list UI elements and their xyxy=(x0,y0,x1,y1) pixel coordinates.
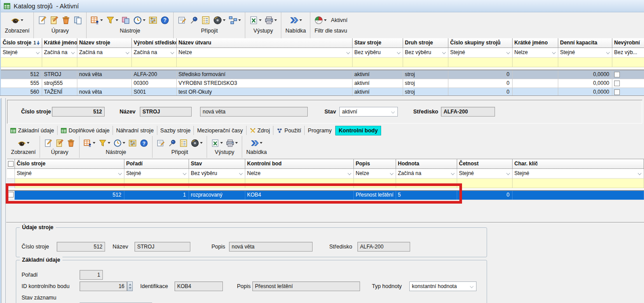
filter-dropdown[interactable]: Nelze xyxy=(513,48,558,58)
identification-field[interactable]: KOB4 xyxy=(175,281,223,291)
excel-export-button[interactable] xyxy=(211,139,223,147)
workflow-button[interactable] xyxy=(229,16,241,25)
name-field[interactable]: STROJ xyxy=(140,107,192,117)
task-list-button[interactable] xyxy=(201,16,210,25)
column-header[interactable]: Popis xyxy=(354,159,396,169)
column-header[interactable]: Číslo stroje xyxy=(15,159,124,169)
column-header[interactable]: Číslo skupiny strojů xyxy=(448,38,513,48)
new-record-button[interactable] xyxy=(38,16,47,25)
column-header[interactable]: Krátké jméno xyxy=(42,38,77,48)
tab-mezioperacni-casy[interactable]: Mezioperační časy xyxy=(194,126,246,135)
menu-button[interactable] xyxy=(290,16,302,25)
column-header[interactable]: Četnost xyxy=(457,159,513,169)
tab-doplnkove-udaje[interactable]: Doplňkové údaje xyxy=(58,126,113,135)
column-header[interactable]: Pořadí xyxy=(124,159,189,169)
order-field[interactable]: 1 xyxy=(80,270,103,280)
pin-button[interactable] xyxy=(189,16,198,25)
filter-dropdown[interactable]: Stejné xyxy=(1,48,42,58)
machine-row[interactable]: 555 stroj555 00300 VYROBNI STREDISKO3 ak… xyxy=(1,79,644,88)
status-filter-button[interactable] xyxy=(314,16,327,25)
point-id-spinner[interactable] xyxy=(127,281,133,291)
filter-dropdown[interactable]: Bez výběru xyxy=(353,48,403,58)
column-header[interactable]: Krátké jméno xyxy=(513,38,558,48)
tab-programy[interactable]: Programy xyxy=(305,126,335,135)
machine-number-field[interactable]: 512 xyxy=(57,242,105,252)
delete-record-button[interactable] xyxy=(62,16,70,25)
select-all-header-cell[interactable] xyxy=(7,159,15,169)
new-row-band[interactable] xyxy=(1,67,644,70)
filter-dropdown[interactable]: Nelze xyxy=(354,169,396,179)
row-select-checkbox[interactable] xyxy=(8,192,14,197)
column-header[interactable]: Stav xyxy=(189,159,245,169)
column-header[interactable]: Výrobní středisko xyxy=(132,38,177,48)
filter-dropdown[interactable]: Začíná na xyxy=(396,169,457,179)
column-header[interactable]: Stav stroje xyxy=(353,38,403,48)
filter-button[interactable] xyxy=(106,16,118,25)
nonproduction-checkbox[interactable] xyxy=(614,80,620,86)
attach-note-button[interactable] xyxy=(178,16,186,25)
edit-record-button[interactable] xyxy=(50,16,58,25)
new-record-button[interactable] xyxy=(44,139,52,147)
options-button[interactable] xyxy=(128,139,137,147)
help-button[interactable] xyxy=(160,16,169,25)
layers-button[interactable] xyxy=(121,16,130,25)
collapsed-side-splitter[interactable] xyxy=(1,98,6,303)
filter-dropdown[interactable]: Stejné xyxy=(15,169,124,179)
filter-dropdown[interactable]: Nelze xyxy=(245,169,354,179)
column-header[interactable]: Název stroje xyxy=(77,38,132,48)
tab-nahradni-stroje[interactable]: Náhradní stroje xyxy=(113,126,157,135)
history-button[interactable] xyxy=(113,139,125,147)
media-button[interactable] xyxy=(191,139,203,147)
value-type-combobox[interactable]: konstantní hodnota xyxy=(409,281,477,291)
filter-dropdown[interactable]: Bez výb... xyxy=(612,48,644,58)
name-field[interactable]: STROJ xyxy=(135,242,190,252)
copy-record-button[interactable] xyxy=(73,16,82,25)
edit-record-button[interactable] xyxy=(55,139,64,147)
delete-record-button[interactable] xyxy=(67,139,75,147)
horizontal-splitter[interactable] xyxy=(0,95,644,99)
center-field[interactable]: ALFA-200 xyxy=(441,107,495,117)
pin-button[interactable] xyxy=(168,139,176,147)
tab-pouziti[interactable]: Použití xyxy=(273,126,305,135)
filter-dropdown[interactable]: Začíná na xyxy=(42,48,77,58)
history-button[interactable] xyxy=(133,16,146,25)
filter-dropdown[interactable]: Stejné xyxy=(513,169,644,179)
description-field[interactable]: nová věta xyxy=(229,242,313,252)
filter-button[interactable] xyxy=(98,139,110,147)
column-header[interactable]: Char. klíč xyxy=(513,159,644,169)
control-point-row[interactable]: 512 1 rozpracovaný KOB4 Přesnost leštění… xyxy=(7,191,644,200)
attach-note-button[interactable] xyxy=(156,139,165,147)
filter-dropdown[interactable]: Nelze xyxy=(177,48,353,58)
filter-dropdown[interactable]: Stejné xyxy=(124,169,189,179)
filter-dropdown[interactable]: Začíná na xyxy=(77,48,132,58)
tab-sazby-stroje[interactable]: Sazby stroje xyxy=(157,126,194,135)
machine-number-field[interactable]: 512 xyxy=(52,107,105,117)
machines-grid-search-row[interactable] xyxy=(1,58,644,67)
column-header[interactable]: Název útvaru xyxy=(177,38,353,48)
points-grid-search-row[interactable] xyxy=(7,179,644,188)
excel-export-button[interactable] xyxy=(249,16,262,25)
tab-zdroj[interactable]: Zdroj xyxy=(247,126,273,135)
column-header[interactable]: Kontrolní bod xyxy=(245,159,354,169)
description-field[interactable]: nová věta xyxy=(200,107,308,117)
column-header[interactable]: Hodnota xyxy=(396,159,457,169)
table-settings-button[interactable] xyxy=(84,139,95,147)
filter-dropdown[interactable]: Stejné xyxy=(457,169,513,179)
options-button[interactable] xyxy=(149,16,157,25)
task-list-button[interactable] xyxy=(179,139,188,147)
point-id-field[interactable]: 16 xyxy=(80,281,127,291)
print-button[interactable] xyxy=(226,139,238,147)
filter-dropdown[interactable]: Stejné xyxy=(448,48,513,58)
menu-button[interactable] xyxy=(251,139,262,147)
column-header[interactable]: Denní kapacita xyxy=(558,38,612,48)
status-combobox[interactable]: aktivní xyxy=(339,107,398,117)
column-header[interactable]: Nevýrobní xyxy=(612,38,644,48)
filter-dropdown[interactable]: Stejné xyxy=(558,48,612,58)
select-all-checkbox[interactable] xyxy=(8,161,14,167)
view-menu-button[interactable] xyxy=(11,16,23,25)
nonproduction-checkbox[interactable] xyxy=(614,72,620,77)
tab-kontrolni-body[interactable]: Kontrolní body xyxy=(335,126,382,135)
filter-dropdown[interactable]: Bez výběru xyxy=(189,169,245,179)
machine-row[interactable]: 512 STROJ nová věta ALFA-200 Středisko f… xyxy=(1,70,644,79)
media-button[interactable] xyxy=(213,16,226,25)
